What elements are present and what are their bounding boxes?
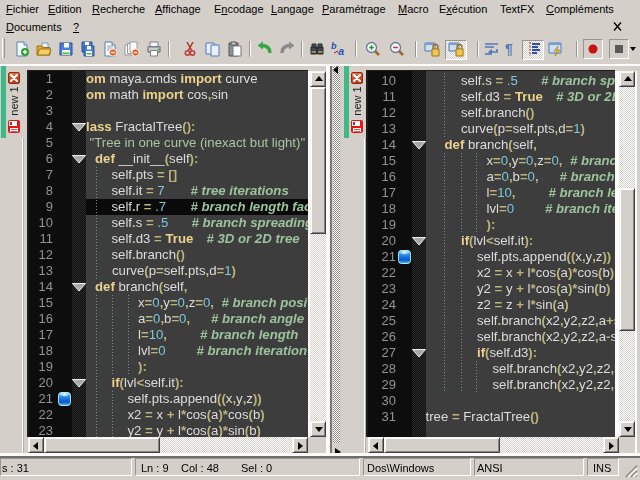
svg-text:b: b	[331, 41, 337, 51]
svg-text:a: a	[338, 45, 344, 57]
svg-text:¶: ¶	[505, 41, 513, 57]
